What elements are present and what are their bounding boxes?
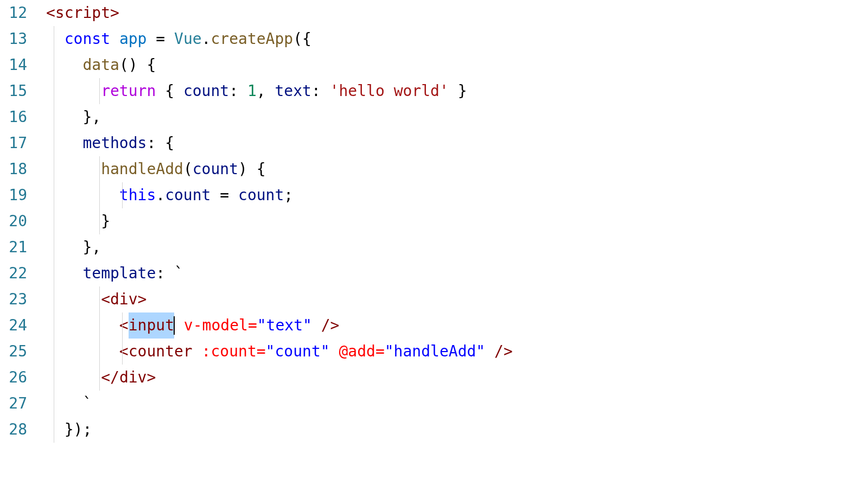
code-line[interactable]: data() {	[46, 52, 847, 78]
property: count	[165, 182, 211, 208]
selected-text: input	[129, 312, 174, 339]
line-number[interactable]: 28	[0, 417, 27, 443]
indent	[46, 312, 119, 339]
keyword: const	[65, 26, 110, 52]
punct: :	[311, 78, 330, 104]
code-line[interactable]: methods: {	[46, 130, 847, 156]
line-number[interactable]: 20	[0, 208, 27, 234]
line-number[interactable]: 16	[0, 104, 27, 130]
code-line[interactable]: handleAdd(count) {	[46, 156, 847, 182]
indent-guide	[54, 208, 54, 234]
indent	[46, 260, 82, 286]
punct: .	[202, 26, 211, 52]
line-number[interactable]: 19	[0, 182, 27, 208]
html-bracket: <	[119, 312, 129, 339]
line-number[interactable]: 17	[0, 130, 27, 156]
code-line[interactable]: <div>	[46, 286, 847, 312]
line-number[interactable]: 13	[0, 26, 27, 52]
line-number[interactable]: 18	[0, 156, 27, 182]
number-literal: 1	[247, 78, 257, 104]
line-number[interactable]: 25	[0, 339, 27, 365]
indent-guide	[54, 182, 54, 208]
property: count	[183, 78, 229, 104]
code-line[interactable]: <input v-model="text" />	[46, 312, 847, 339]
html-attribute: :count=	[193, 339, 266, 365]
html-bracket: >	[138, 286, 147, 312]
indent	[46, 234, 82, 260]
property: template	[82, 260, 156, 286]
line-number[interactable]: 26	[0, 365, 27, 391]
property: methods	[82, 130, 147, 156]
indent-guide	[99, 182, 100, 208]
punct: }	[449, 78, 467, 104]
indent	[46, 365, 101, 391]
variable: count	[238, 182, 284, 208]
html-attr-value: "text"	[257, 312, 312, 339]
line-number[interactable]: 24	[0, 312, 27, 339]
indent-guide	[99, 312, 100, 339]
code-line[interactable]: },	[46, 234, 847, 260]
html-attribute: @add=	[330, 339, 385, 365]
property: text	[275, 78, 311, 104]
code-line[interactable]: return { count: 1, text: 'hello world' }	[46, 78, 847, 104]
code-line[interactable]: </div>	[46, 365, 847, 391]
line-number[interactable]: 14	[0, 52, 27, 78]
indent-guide	[54, 156, 54, 182]
html-bracket: >	[110, 0, 119, 26]
line-number[interactable]: 27	[0, 391, 27, 417]
punct: () {	[119, 52, 156, 78]
line-number[interactable]: 23	[0, 286, 27, 312]
code-line[interactable]: }	[46, 208, 847, 234]
indent-guide	[122, 339, 123, 365]
parameter: count	[193, 156, 238, 182]
line-number[interactable]: 21	[0, 234, 27, 260]
indent-guide	[99, 286, 100, 312]
indent	[46, 130, 82, 156]
code-editor[interactable]: <script> const app = Vue.createApp({ dat…	[38, 0, 847, 443]
html-attribute: v-model=	[175, 312, 257, 339]
html-attr-value: "count"	[266, 339, 330, 365]
html-tag: counter	[129, 339, 193, 365]
indent-guide	[54, 286, 54, 312]
indent-guide	[54, 417, 54, 443]
indent-guide	[54, 104, 54, 130]
operator: =	[211, 182, 238, 208]
punct: },	[82, 234, 101, 260]
punct: : {	[147, 130, 174, 156]
indent-guide	[99, 365, 100, 391]
indent-guide	[99, 156, 100, 182]
html-bracket: />	[485, 339, 513, 365]
html-tag: div	[119, 365, 147, 391]
indent-guide	[54, 339, 54, 365]
code-line[interactable]: <counter :count="count" @add="handleAdd"…	[46, 339, 847, 365]
indent-guide	[122, 182, 123, 208]
method-name: handleAdd	[101, 156, 183, 182]
line-number[interactable]: 12	[0, 0, 27, 26]
indent-guide	[54, 365, 54, 391]
indent-guide	[54, 130, 54, 156]
code-line[interactable]: this.count = count;	[46, 182, 847, 208]
code-line[interactable]: `	[46, 391, 847, 417]
punct: (	[183, 156, 193, 182]
line-number[interactable]: 22	[0, 260, 27, 286]
punct: });	[65, 417, 92, 443]
indent-guide	[99, 339, 100, 365]
code-line[interactable]: },	[46, 104, 847, 130]
template-literal: `	[82, 391, 92, 417]
punct: :	[156, 260, 174, 286]
html-bracket: </	[101, 365, 119, 391]
code-line[interactable]: });	[46, 417, 847, 443]
code-line[interactable]: template: `	[46, 260, 847, 286]
html-tag: div	[110, 286, 138, 312]
code-line[interactable]: const app = Vue.createApp({	[46, 26, 847, 52]
punct: ,	[257, 78, 275, 104]
indent	[46, 286, 101, 312]
html-bracket: <	[119, 339, 129, 365]
template-literal: `	[174, 260, 183, 286]
line-number[interactable]: 15	[0, 78, 27, 104]
indent-guide	[54, 260, 54, 286]
code-line[interactable]: <script>	[46, 0, 847, 26]
punct: .	[156, 182, 165, 208]
indent	[46, 417, 65, 443]
indent	[46, 52, 82, 78]
